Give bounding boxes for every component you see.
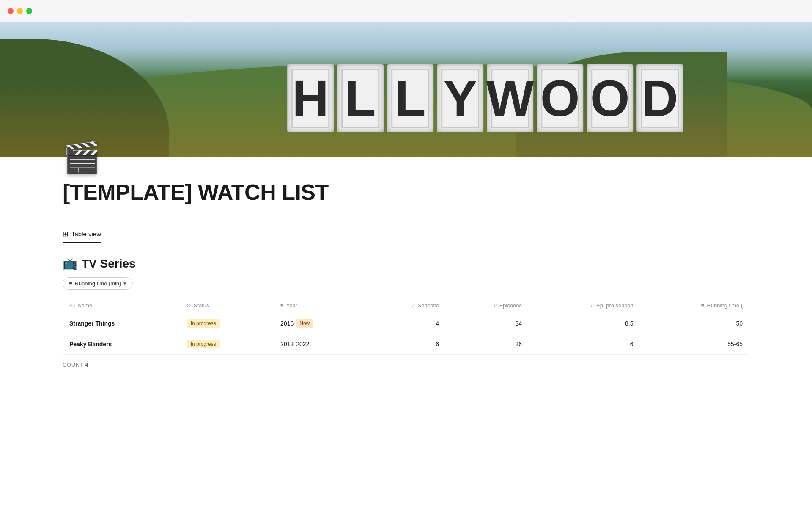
col-episodes: # Episodes — [446, 298, 529, 313]
filter-running-time-button[interactable]: ≡ Running time (min) ▾ — [63, 277, 133, 290]
page-icon-wrapper: 🎬 — [0, 142, 812, 173]
section-header: 📺 TV Series — [0, 243, 812, 277]
year-start: 2013 — [280, 341, 294, 348]
cell-running-time: 55-65 — [640, 334, 749, 355]
close-button[interactable] — [8, 8, 14, 14]
cell-year: 2013 2022 — [274, 334, 365, 355]
col-status-label: Status — [194, 302, 209, 309]
cell-year: 2016 Now — [274, 313, 365, 334]
year-start: 2016 — [280, 320, 294, 327]
col-name: Aa Name — [63, 298, 180, 313]
hollywood-sign: H L L Y W O O D — [287, 64, 683, 132]
col-episodes-label: Episodes — [499, 302, 522, 309]
col-status-icon: ⊙ — [187, 302, 191, 309]
letter-H: H — [287, 64, 334, 132]
col-seasons: # Seasons — [365, 298, 446, 313]
cell-seasons: 6 — [365, 334, 446, 355]
letter-W: W — [487, 64, 533, 132]
page-title: [TEMPLATE] WATCH LIST — [63, 179, 749, 205]
count-label: COUNT — [63, 362, 83, 368]
count-value: 4 — [85, 362, 89, 368]
section-icon: 📺 — [63, 257, 77, 271]
letter-O1: O — [537, 64, 583, 132]
cell-seasons: 4 — [365, 313, 446, 334]
year-end: 2022 — [296, 341, 309, 348]
tab-table-view-label: Table view — [71, 230, 101, 237]
col-running-time: ≡ Running time ( — [640, 298, 749, 313]
col-ep-per-season-icon: # — [591, 302, 594, 309]
col-name-icon: Aa — [69, 303, 75, 308]
col-year: ≡ Year — [274, 298, 365, 313]
table-view-icon: ⊞ — [63, 230, 68, 238]
table-row[interactable]: Peaky Blinders In progress 2013 2022 6 3… — [63, 334, 749, 355]
table-row[interactable]: Stranger Things In progress 2016 Now 4 3… — [63, 313, 749, 334]
letter-L2: L — [387, 64, 433, 132]
watch-list-table: Aa Name ⊙ Status ≡ Year — [63, 298, 749, 355]
view-tabs: ⊞ Table view — [0, 226, 812, 243]
filter-bar: ≡ Running time (min) ▾ — [0, 277, 812, 298]
hero-image: H L L Y W O O D — [0, 22, 812, 157]
col-year-label: Year — [286, 302, 297, 309]
col-ep-per-season: # Ep. pro season — [529, 298, 640, 313]
window-controls — [0, 0, 812, 22]
maximize-button[interactable] — [26, 8, 32, 14]
cell-name: Peaky Blinders — [63, 334, 180, 355]
col-ep-per-season-label: Ep. pro season — [596, 302, 633, 309]
section-title: TV Series — [82, 257, 136, 271]
cell-running-time: 50 — [640, 313, 749, 334]
cell-status: In progress — [180, 313, 274, 334]
cell-episodes: 36 — [446, 334, 529, 355]
status-badge: In progress — [187, 319, 220, 328]
cell-ep-per-season: 6 — [529, 334, 640, 355]
page-title-area: [TEMPLATE] WATCH LIST — [0, 173, 812, 205]
cell-episodes: 34 — [446, 313, 529, 334]
col-seasons-icon: # — [412, 302, 415, 309]
minimize-button[interactable] — [17, 8, 23, 14]
letter-Y: Y — [437, 64, 483, 132]
col-name-label: Name — [77, 302, 92, 309]
year-end-badge: Now — [296, 319, 313, 328]
col-year-icon: ≡ — [280, 302, 284, 309]
letter-L1: L — [337, 64, 384, 132]
tab-table-view[interactable]: ⊞ Table view — [63, 226, 101, 243]
filter-chevron-icon: ▾ — [123, 280, 126, 287]
col-status: ⊙ Status — [180, 298, 274, 313]
col-episodes-icon: # — [494, 302, 497, 309]
letter-O2: O — [587, 64, 633, 132]
cell-status: In progress — [180, 334, 274, 355]
page-divider — [63, 215, 749, 215]
filter-label: Running time (min) — [75, 280, 121, 287]
cell-ep-per-season: 8.5 — [529, 313, 640, 334]
count-footer: COUNT 4 — [0, 355, 812, 375]
cell-name: Stranger Things — [63, 313, 180, 334]
status-badge: In progress — [187, 340, 220, 348]
col-running-time-label: Running time ( — [707, 302, 743, 309]
col-running-time-icon: ≡ — [701, 302, 705, 309]
page-icon: 🎬 — [63, 141, 101, 174]
filter-icon: ≡ — [69, 280, 72, 287]
table-header-row: Aa Name ⊙ Status ≡ Year — [63, 298, 749, 313]
letter-D: D — [636, 64, 683, 132]
page-content: H L L Y W O O D 🎬 [TEMPLATE] WATCH LIST … — [0, 22, 812, 375]
table-container: Aa Name ⊙ Status ≡ Year — [0, 298, 812, 355]
col-seasons-label: Seasons — [418, 302, 439, 309]
